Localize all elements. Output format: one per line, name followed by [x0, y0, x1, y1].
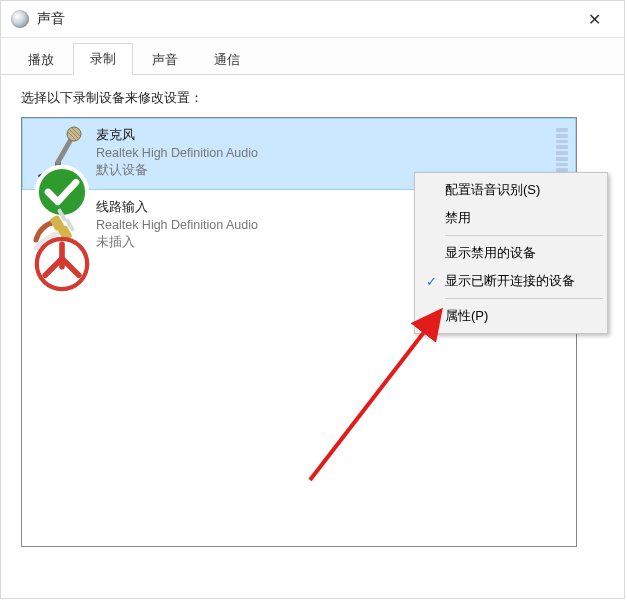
menu-item-label: 显示禁用的设备: [445, 244, 536, 262]
device-status: 默认设备: [96, 162, 258, 179]
menu-show-disconnected[interactable]: ✓ 显示已断开连接的设备: [417, 267, 605, 295]
level-segment: [556, 145, 568, 149]
menu-item-label: 属性(P): [445, 307, 488, 325]
status-default-icon: [34, 164, 54, 184]
microphone-icon: [30, 126, 86, 182]
menu-show-disabled[interactable]: 显示禁用的设备: [417, 239, 605, 267]
menu-properties[interactable]: 属性(P): [417, 302, 605, 330]
tab-label: 录制: [90, 51, 116, 66]
menu-separator: [445, 298, 603, 299]
tab-label: 通信: [214, 52, 240, 67]
close-button[interactable]: ✕: [574, 5, 614, 33]
menu-item-label: 显示已断开连接的设备: [445, 272, 575, 290]
device-name: 线路输入: [96, 198, 258, 216]
tab-label: 声音: [152, 52, 178, 67]
status-unplugged-icon: [34, 236, 54, 256]
tab-label: 播放: [28, 52, 54, 67]
check-icon: ✓: [423, 273, 439, 289]
sound-app-icon: [11, 10, 29, 28]
menu-disable[interactable]: 禁用: [417, 204, 605, 232]
level-segment: [556, 128, 568, 132]
device-name: 麦克风: [96, 126, 258, 144]
level-segment: [556, 134, 568, 138]
tab-playback[interactable]: 播放: [11, 44, 71, 75]
menu-separator: [445, 235, 603, 236]
tab-communications[interactable]: 通信: [197, 44, 257, 75]
tab-recording[interactable]: 录制: [73, 43, 133, 75]
device-status: 未插入: [96, 234, 258, 251]
menu-item-label: 配置语音识别(S): [445, 181, 540, 199]
titlebar: 声音 ✕: [1, 1, 624, 38]
tab-strip: 播放 录制 声音 通信: [1, 38, 624, 75]
level-segment: [556, 140, 568, 144]
device-driver: Realtek High Definition Audio: [96, 145, 258, 162]
device-text: 线路输入 Realtek High Definition Audio 未插入: [96, 198, 258, 251]
menu-item-label: 禁用: [445, 209, 471, 227]
line-in-icon: [30, 198, 86, 254]
device-context-menu[interactable]: 配置语音识别(S) 禁用 显示禁用的设备 ✓ 显示已断开连接的设备 属性(P): [414, 172, 608, 334]
window-title: 声音: [37, 10, 574, 28]
tab-sounds[interactable]: 声音: [135, 44, 195, 75]
device-driver: Realtek High Definition Audio: [96, 217, 258, 234]
device-text: 麦克风 Realtek High Definition Audio 默认设备: [96, 126, 258, 179]
input-level-meter: [556, 128, 568, 172]
menu-configure-speech[interactable]: 配置语音识别(S): [417, 176, 605, 204]
level-segment: [556, 163, 568, 167]
level-segment: [556, 151, 568, 155]
instruction-text: 选择以下录制设备来修改设置：: [21, 89, 604, 107]
close-icon: ✕: [588, 10, 601, 29]
level-segment: [556, 157, 568, 161]
